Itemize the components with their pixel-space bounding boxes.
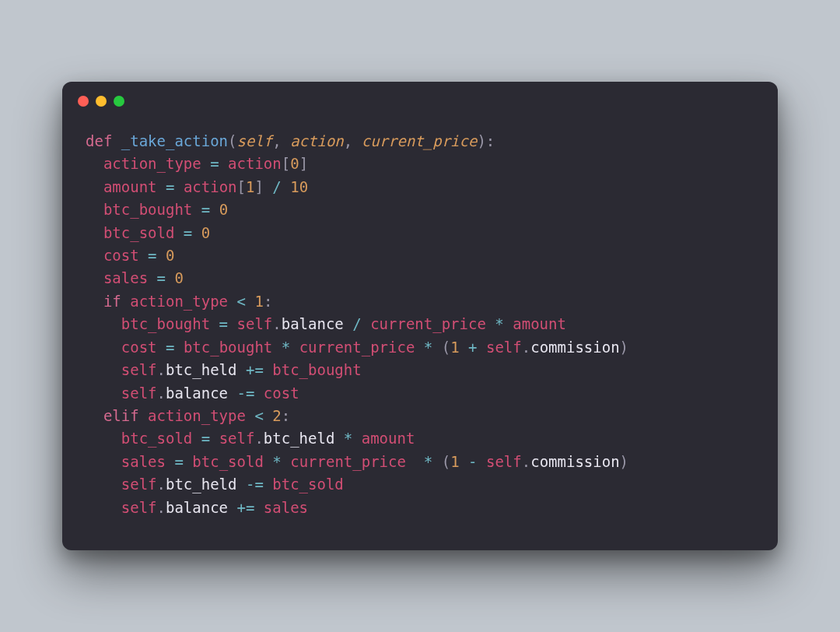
window-titlebar	[62, 82, 778, 114]
attr-balance: balance	[166, 499, 228, 516]
self-ref: self	[121, 361, 157, 378]
self-ref: self	[121, 384, 157, 402]
attr-btc-held: btc_held	[166, 476, 237, 493]
attr-balance: balance	[166, 384, 228, 402]
var-btc-bought: btc_bought	[121, 315, 210, 332]
num-0: 0	[174, 269, 183, 286]
self-ref: self	[121, 499, 157, 516]
attr-balance: balance	[282, 315, 344, 332]
function-name: _take_action	[121, 132, 228, 149]
num-0: 0	[201, 224, 210, 241]
keyword-if: if	[103, 293, 121, 310]
num-1: 1	[450, 339, 459, 356]
var-btc-sold: btc_sold	[192, 453, 264, 470]
var-action: action	[228, 155, 282, 172]
code-window: def _take_action(self, action, current_p…	[62, 82, 778, 550]
var-amount: amount	[103, 178, 157, 195]
num-2: 2	[272, 407, 281, 424]
var-sales: sales	[264, 499, 308, 516]
num-1: 1	[246, 178, 254, 195]
code-block: def _take_action(self, action, current_p…	[62, 114, 778, 527]
var-action: action	[184, 178, 237, 195]
attr-btc-held: btc_held	[264, 430, 335, 447]
param-current-price: current_price	[362, 132, 478, 149]
self-ref: self	[237, 315, 273, 332]
var-sales: sales	[121, 453, 166, 470]
num-1: 1	[254, 293, 263, 310]
var-btc-bought: btc_bought	[272, 361, 361, 378]
num-1: 1	[450, 453, 459, 470]
var-sales: sales	[103, 269, 148, 286]
var-amount: amount	[513, 315, 566, 332]
var-action-type: action_type	[103, 155, 201, 172]
num-10: 10	[290, 178, 308, 195]
self-ref: self	[121, 476, 157, 493]
var-btc-sold: btc_sold	[272, 476, 344, 493]
num-0: 0	[166, 247, 174, 264]
var-amount: amount	[362, 430, 415, 447]
var-action-type: action_type	[148, 407, 246, 424]
var-btc-sold: btc_sold	[121, 430, 193, 447]
attr-commission: commission	[530, 339, 619, 356]
attr-commission: commission	[530, 453, 619, 470]
var-btc-bought: btc_bought	[103, 201, 192, 218]
self-ref: self	[486, 453, 522, 470]
var-action-type: action_type	[130, 293, 228, 310]
self-ref: self	[486, 339, 522, 356]
self-ref: self	[219, 430, 255, 447]
var-btc-bought: btc_bought	[184, 339, 272, 356]
var-current-price: current_price	[299, 339, 415, 356]
var-btc-sold: btc_sold	[103, 224, 175, 241]
attr-btc-held: btc_held	[166, 361, 237, 378]
num-0: 0	[219, 201, 228, 218]
var-current-price: current_price	[290, 453, 406, 470]
var-current-price: current_price	[370, 315, 486, 332]
close-icon[interactable]	[78, 96, 89, 107]
var-cost: cost	[121, 339, 157, 356]
var-cost: cost	[264, 384, 299, 402]
var-cost: cost	[103, 247, 139, 264]
minimize-icon[interactable]	[96, 96, 107, 107]
num-0: 0	[290, 155, 299, 172]
param-action: action	[290, 132, 344, 149]
keyword-elif: elif	[103, 407, 139, 424]
param-self: self	[237, 132, 273, 149]
maximize-icon[interactable]	[114, 96, 124, 107]
keyword-def: def	[86, 132, 112, 149]
